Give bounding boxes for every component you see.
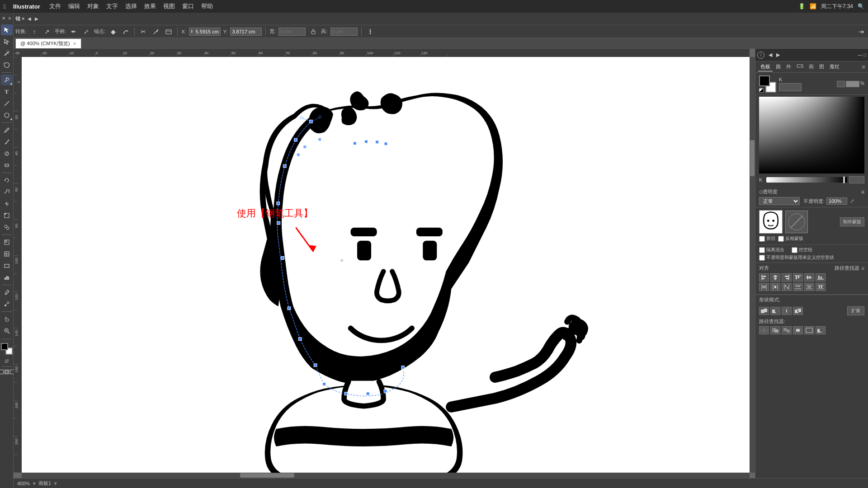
isolate-blend-checkbox[interactable] <box>759 247 765 253</box>
scissors-btn[interactable]: ✂ <box>138 27 148 36</box>
invert-checkbox-label[interactable]: 反相蒙版 <box>778 235 803 242</box>
zoom-display[interactable]: 400% <box>17 481 30 486</box>
pf-intersect-btn[interactable] <box>782 307 792 315</box>
cut-checkbox[interactable] <box>759 236 765 242</box>
type-tool[interactable]: T <box>1 86 13 97</box>
pf-minus-back-btn[interactable] <box>816 326 826 334</box>
width-tool[interactable] <box>1 198 13 209</box>
panel-menu-btn[interactable]: ≡ <box>862 63 865 70</box>
isolate-blend-label[interactable]: 隔离混合 <box>759 247 784 253</box>
rectangle-tool[interactable] <box>1 260 13 271</box>
blob-brush-tool[interactable] <box>1 148 13 159</box>
pf-merge-btn[interactable] <box>782 326 792 334</box>
knife-btn[interactable] <box>151 27 161 36</box>
cp-tab-graphic[interactable]: 图 <box>817 62 826 71</box>
panel-expand[interactable]: □ <box>863 52 866 57</box>
dist-top-btn[interactable] <box>793 283 803 291</box>
dist-center-v-btn[interactable] <box>804 283 814 291</box>
magic-wand-tool[interactable] <box>1 48 13 59</box>
color-mode-btn2[interactable] <box>846 81 859 87</box>
expand-view-btn[interactable]: ⇥ <box>856 27 866 36</box>
lasso-tool[interactable] <box>1 60 13 70</box>
x-input[interactable] <box>189 28 221 36</box>
handle-btn1[interactable]: ✒ <box>69 27 79 36</box>
dist-left-btn[interactable] <box>759 283 769 291</box>
grid-tool[interactable] <box>1 249 13 259</box>
panel-nav-prev[interactable]: ◀ <box>767 52 774 58</box>
direct-select-tool[interactable] <box>1 36 13 47</box>
align-top-btn[interactable] <box>793 273 803 282</box>
align-left-btn[interactable] <box>759 273 769 282</box>
align-center-h-btn[interactable] <box>770 273 780 282</box>
transform-btn2[interactable]: ↗ <box>42 27 52 36</box>
menu-type[interactable]: 文字 <box>106 2 118 10</box>
x-stepper[interactable]: ⬍ <box>190 29 193 34</box>
menu-window[interactable]: 窗口 <box>182 2 194 10</box>
eraser-tool[interactable] <box>1 160 13 171</box>
transparency-collapse-icon[interactable]: ◇ <box>759 189 763 195</box>
paintbrush-tool[interactable] <box>1 136 13 147</box>
opacity-expand-btn[interactable]: ⤢ <box>850 198 854 204</box>
align-center-v-btn[interactable] <box>804 273 814 282</box>
pf-minus-btn[interactable] <box>770 307 780 315</box>
panel-toggle-btn[interactable] <box>164 27 174 36</box>
knockout-checkbox[interactable] <box>792 247 797 253</box>
y-input[interactable] <box>230 28 262 36</box>
reset-swatch[interactable] <box>759 88 764 93</box>
h-input[interactable] <box>330 28 358 36</box>
pf-divide-btn[interactable] <box>759 326 769 334</box>
info-icon[interactable]: i <box>757 52 764 59</box>
color-mode-btn1[interactable] <box>837 81 845 87</box>
fill-stroke-stack[interactable] <box>759 75 776 93</box>
fill-swatch[interactable] <box>759 75 770 86</box>
cp-tab-cs[interactable]: 外 <box>784 62 793 71</box>
color-picker[interactable] <box>759 97 864 174</box>
opacity-mask-checkbox[interactable] <box>759 255 765 261</box>
vertical-scroll-thumb[interactable] <box>750 140 755 176</box>
dist-bottom-btn[interactable] <box>816 283 826 291</box>
lock-ratio-btn[interactable] <box>308 27 318 36</box>
cp-tab-brush[interactable]: CS <box>794 62 806 71</box>
k-slider[interactable] <box>766 177 847 183</box>
image-trace-tool[interactable] <box>1 237 13 248</box>
pf-unite-btn[interactable] <box>759 307 769 315</box>
menu-edit[interactable]: 编辑 <box>68 2 80 10</box>
close-panel-btn[interactable]: ✕ <box>1 15 6 21</box>
panel-minimize[interactable]: — <box>858 52 862 57</box>
pencil-tool[interactable] <box>1 125 13 136</box>
doc-tab-close[interactable]: ✕ <box>73 41 76 46</box>
canvas-container[interactable]: -30 -20 -10 0 10 20 30 <box>14 49 755 478</box>
cp-tab-color[interactable]: 色板 <box>758 62 773 71</box>
transform-btn1[interactable]: ↑ <box>29 27 39 36</box>
pf-outline-btn[interactable] <box>804 326 814 334</box>
knockout-label[interactable]: 挖空组 <box>792 247 812 253</box>
menubar-search-icon[interactable]: 🔍 <box>858 3 864 9</box>
fill-stroke-indicator[interactable] <box>1 343 13 355</box>
swap-fill-stroke[interactable] <box>4 358 9 364</box>
expand-btn[interactable]: 扩展 <box>847 306 864 315</box>
w-input[interactable] <box>278 28 306 36</box>
make-mask-btn[interactable]: 制作蒙版 <box>840 217 864 226</box>
pen-tool[interactable] <box>1 75 13 85</box>
expand-btn[interactable]: ▶ <box>33 16 40 22</box>
free-transform-tool[interactable] <box>1 210 13 221</box>
pf-trim-btn[interactable] <box>770 326 780 334</box>
shape-builder-tool[interactable] <box>1 222 13 233</box>
align-bottom-btn[interactable] <box>816 273 826 282</box>
handle-btn2[interactable]: ⤢ <box>81 27 91 36</box>
cp-tab-magic[interactable]: 魔杖 <box>827 62 842 71</box>
apple-menu[interactable]:  <box>4 3 6 10</box>
anchor-smooth-btn[interactable] <box>121 27 131 36</box>
draw-normal-mode[interactable] <box>0 370 4 374</box>
opacity-input[interactable] <box>826 197 847 205</box>
hand-tool[interactable] <box>1 314 13 324</box>
menu-object[interactable]: 对象 <box>87 2 99 10</box>
ellipse-tool[interactable] <box>1 110 13 121</box>
anchor-btn1[interactable]: ◆ <box>108 27 118 36</box>
horizontal-scroll-thumb[interactable] <box>240 473 294 478</box>
eyedropper-tool[interactable] <box>1 287 13 298</box>
line-tool[interactable] <box>1 98 13 109</box>
menu-select[interactable]: 选择 <box>125 2 137 10</box>
column-graph-tool[interactable] <box>1 272 13 283</box>
rotate-tool[interactable] <box>1 175 13 186</box>
